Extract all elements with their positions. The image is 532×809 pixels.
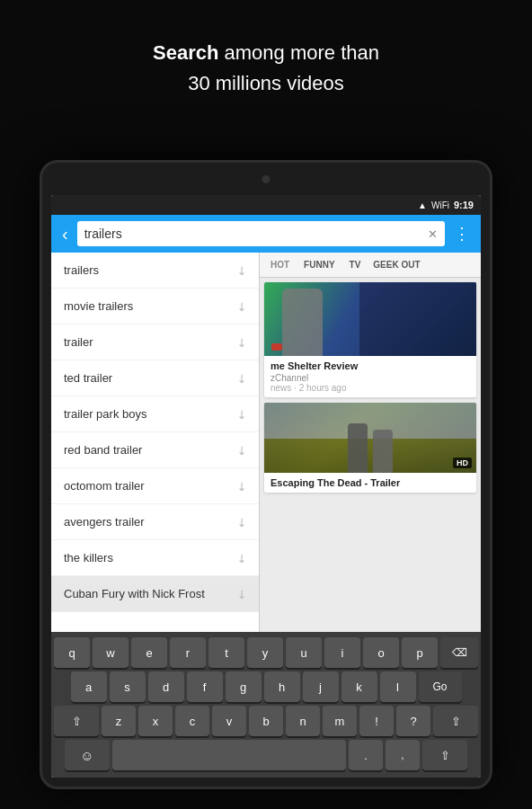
key-o[interactable]: o — [363, 637, 399, 668]
search-input-container[interactable]: trailers ✕ — [77, 221, 445, 246]
key-x[interactable]: x — [138, 706, 173, 736]
key-f[interactable]: f — [187, 671, 223, 702]
key-a[interactable]: a — [71, 671, 107, 702]
suggestion-text: avengers trailer — [64, 515, 145, 529]
arrow-icon: ↙ — [233, 477, 249, 493]
list-item[interactable]: the killers ↙ — [51, 540, 259, 576]
video-meta-1: zChannel — [270, 373, 470, 383]
list-item[interactable]: avengers trailer ↙ — [51, 504, 259, 540]
list-item[interactable]: trailer park boys ↙ — [51, 396, 259, 432]
key-go[interactable]: Go — [419, 671, 462, 702]
video-thumbnail-2: HD — [264, 403, 476, 473]
key-emoji[interactable]: ☺ — [65, 740, 110, 770]
arrow-icon: ↙ — [233, 369, 249, 386]
video-time-1: news · 2 hours ago — [270, 383, 470, 393]
tab-hot[interactable]: HOT — [263, 253, 297, 277]
clear-button[interactable]: ✕ — [428, 227, 438, 241]
header-section: Search among more than30 millions videos — [0, 0, 532, 120]
key-b[interactable]: b — [249, 706, 283, 736]
keyboard-row-3: ⇧ z x c v b n m ! ? ⇧ — [54, 706, 478, 736]
key-g[interactable]: g — [226, 671, 262, 702]
keyboard-row-1: q w e r t y u i o p ⌫ — [54, 637, 478, 668]
key-delete[interactable]: ⌫ — [440, 637, 478, 668]
list-item[interactable]: ted trailer ↙ — [51, 360, 259, 396]
key-t[interactable]: t — [208, 637, 244, 668]
back-button[interactable]: ‹ — [58, 222, 72, 246]
key-shift-right[interactable]: ⇧ — [433, 706, 478, 736]
key-w[interactable]: w — [93, 637, 129, 668]
key-shift-bottom[interactable]: ⇧ — [422, 740, 467, 770]
list-item[interactable]: octomom trailer ↙ — [51, 468, 259, 504]
suggestion-text: trailer — [64, 335, 93, 349]
key-r[interactable]: r — [170, 637, 206, 668]
hd-badge: HD — [453, 458, 472, 468]
tab-funny[interactable]: FUNNY — [297, 253, 341, 277]
key-s[interactable]: s — [110, 671, 146, 702]
video-title-2: Escaping The Dead - Trailer — [270, 477, 470, 488]
key-period[interactable]: . — [349, 740, 383, 770]
category-tabs: HOT FUNNY TV GEEK OUT — [260, 253, 481, 278]
key-u[interactable]: u — [286, 637, 322, 668]
video-card-1[interactable]: me Shelter Review zChannel news · 2 hour… — [264, 282, 476, 397]
list-item[interactable]: trailer ↙ — [51, 324, 259, 360]
screen: ▲ WiFi 9:19 ‹ trailers ✕ ⋮ trailers ↙ — [51, 195, 481, 778]
camera-dot — [262, 175, 270, 183]
tablet-frame: ▲ WiFi 9:19 ‹ trailers ✕ ⋮ trailers ↙ — [40, 160, 492, 789]
key-y[interactable]: y — [247, 637, 283, 668]
list-item[interactable]: trailers ↙ — [51, 253, 259, 289]
suggestion-text: octomom trailer — [64, 479, 145, 493]
key-j[interactable]: j — [303, 671, 339, 702]
video-title-1: me Shelter Review — [270, 360, 470, 371]
key-c[interactable]: c — [175, 706, 209, 736]
key-l[interactable]: l — [380, 671, 416, 702]
main-content: trailers ↙ movie trailers ↙ trailer ↙ te… — [51, 253, 481, 634]
key-exclaim[interactable]: ! — [359, 706, 394, 736]
video-info-2: Escaping The Dead - Trailer — [264, 473, 476, 493]
key-n[interactable]: n — [286, 706, 320, 736]
keyboard-row-2: a s d f g h j k l Go — [54, 671, 478, 702]
key-v[interactable]: v — [212, 706, 246, 736]
arrow-icon: ↙ — [233, 513, 249, 529]
suggestions-list: trailers ↙ movie trailers ↙ trailer ↙ te… — [51, 253, 260, 634]
key-k[interactable]: k — [341, 671, 377, 702]
suggestion-text: movie trailers — [64, 299, 133, 313]
list-item[interactable]: movie trailers ↙ — [51, 289, 259, 324]
arrow-icon: ↙ — [233, 298, 249, 314]
right-panel: HOT FUNNY TV GEEK OUT — [260, 253, 481, 634]
key-d[interactable]: d — [148, 671, 184, 702]
key-question[interactable]: ? — [396, 706, 430, 736]
key-p[interactable]: p — [402, 637, 438, 668]
signal-icon: WiFi — [431, 200, 449, 210]
tab-tv[interactable]: TV — [342, 253, 368, 277]
video-card-2[interactable]: HD Escaping The Dead - Trailer — [264, 403, 476, 493]
status-bar: ▲ WiFi 9:19 — [51, 195, 481, 215]
key-space[interactable] — [112, 740, 346, 770]
arrow-icon: ↙ — [233, 549, 249, 565]
wifi-icon: ▲ — [418, 200, 427, 210]
suggestion-text: ted trailer — [64, 371, 112, 385]
more-options-button[interactable]: ⋮ — [450, 222, 474, 245]
suggestion-text: red band trailer — [64, 443, 142, 457]
keyboard-row-4: ☺ . , ⇧ — [54, 740, 478, 770]
arrow-icon: ↙ — [233, 405, 249, 422]
header-bold: Search — [153, 41, 218, 64]
key-h[interactable]: h — [264, 671, 300, 702]
suggestion-text: trailer park boys — [64, 407, 146, 421]
key-i[interactable]: i — [324, 637, 360, 668]
list-item[interactable]: Cuban Fury with Nick Frost ↙ — [51, 576, 259, 612]
key-q[interactable]: q — [54, 637, 90, 668]
key-m[interactable]: m — [323, 706, 357, 736]
key-z[interactable]: z — [102, 706, 136, 736]
video-thumbnail-1 — [264, 282, 476, 356]
arrow-icon: ↙ — [233, 585, 249, 601]
list-item[interactable]: red band trailer ↙ — [51, 432, 259, 468]
video-info-1: me Shelter Review zChannel news · 2 hour… — [264, 356, 476, 397]
key-e[interactable]: e — [131, 637, 167, 668]
key-shift-left[interactable]: ⇧ — [54, 706, 99, 736]
arrow-icon: ↙ — [233, 441, 249, 458]
suggestion-text: trailers — [64, 263, 99, 277]
tab-geek-out[interactable]: GEEK OUT — [368, 253, 425, 277]
key-at[interactable]: , — [386, 740, 420, 770]
status-time: 9:19 — [454, 200, 474, 210]
suggestion-text: the killers — [64, 551, 113, 565]
